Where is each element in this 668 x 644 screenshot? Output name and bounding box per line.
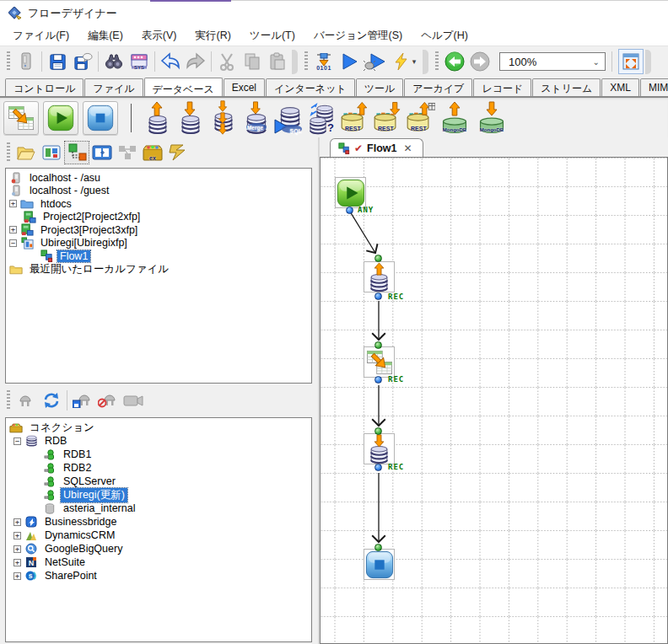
tree-item-server-guest[interactable]: localhost - /guest [6, 185, 311, 198]
compress-button[interactable] [165, 141, 191, 164]
cut-button[interactable] [214, 49, 240, 74]
db-put-node[interactable] [364, 261, 395, 292]
palette-db-put[interactable] [141, 100, 172, 136]
menu-version-control[interactable]: バージョン管理(S) [304, 26, 412, 46]
expander-icon[interactable]: + [13, 559, 21, 566]
menu-view[interactable]: 表示(V) [132, 26, 186, 46]
tab-tools[interactable]: ツール [356, 78, 404, 96]
new-connection-button[interactable] [13, 389, 39, 412]
expander-icon[interactable]: + [13, 532, 21, 539]
palette-mongodb-put[interactable]: MongoDB [437, 100, 472, 136]
run-flow-button[interactable] [337, 49, 362, 74]
save-connection-button[interactable] [70, 389, 95, 412]
palette-mongodb-get[interactable]: MongoDB [474, 100, 509, 136]
search-button[interactable] [101, 49, 127, 74]
end-node[interactable] [364, 549, 395, 580]
end-input-port[interactable] [374, 544, 382, 551]
tree-item-flow1[interactable]: Flow1 [6, 250, 311, 263]
palette-start[interactable] [43, 101, 78, 135]
tree-item-sqlserver[interactable]: SQLServer [6, 475, 311, 488]
save-with-comment-button[interactable] [70, 49, 95, 74]
server-connect-button[interactable] [13, 49, 39, 74]
tab-stream[interactable]: ストリーム [532, 78, 601, 96]
save-button[interactable] [45, 49, 70, 74]
undo-button[interactable] [158, 49, 183, 74]
start-output-port[interactable] [346, 207, 353, 214]
mapper-input-port[interactable] [374, 341, 382, 349]
tab-file[interactable]: ファイル [84, 78, 143, 96]
tree-item-rdb[interactable]: − RDB [6, 434, 311, 448]
palette-db-get[interactable] [174, 100, 205, 136]
nav-back-button[interactable] [442, 49, 467, 74]
share-flow-button[interactable] [115, 141, 140, 164]
system-settings-button[interactable]: SYS [127, 49, 152, 74]
tree-item-rdb2[interactable]: RDB2 [6, 461, 311, 475]
menu-help[interactable]: ヘルプ(H) [412, 26, 477, 46]
flow-tab[interactable]: ✔ Flow1 ✕ [330, 138, 423, 158]
palette-end[interactable] [83, 101, 118, 135]
menu-tools[interactable]: ツール(T) [240, 26, 304, 46]
expander-icon[interactable]: − [13, 437, 21, 445]
new-mapper-button[interactable] [89, 141, 115, 164]
tab-xml[interactable]: XML [601, 78, 639, 96]
toolbar-grip[interactable] [435, 51, 439, 72]
menu-run[interactable]: 実行(R) [186, 26, 240, 46]
palette-db-merge[interactable]: Merge [240, 100, 271, 136]
mapper-output-port[interactable] [374, 376, 382, 384]
expander-icon[interactable]: + [13, 572, 21, 580]
fit-window-button[interactable] [618, 49, 644, 74]
palette-db-get-multi[interactable] [207, 100, 238, 136]
debug-values-button[interactable]: 0101 [311, 49, 337, 74]
tree-item-server-asu[interactable]: localhost - /asu [6, 171, 311, 185]
start-node[interactable] [335, 177, 366, 208]
toolbar-grip[interactable] [7, 51, 10, 72]
tree-item-connections-root[interactable]: コネクション [6, 421, 311, 434]
palette-rest-put-table[interactable]: REST [404, 100, 435, 136]
tab-excel[interactable]: Excel [224, 78, 265, 96]
tree-item-netsuite[interactable]: + N NetSuite [6, 555, 311, 569]
tree-item-sharepoint[interactable]: + s SharePoint [6, 569, 311, 582]
capture-connection-button[interactable] [121, 389, 146, 412]
copy-button[interactable] [240, 49, 265, 74]
nav-forward-button[interactable] [467, 49, 493, 74]
tree-item-project2[interactable]: Project2[Project2xfp] [6, 211, 311, 224]
db-get-node[interactable] [364, 433, 395, 464]
tree-item-dynamicscrm[interactable]: + DynamicsCRM [6, 529, 311, 542]
db-put-input-port[interactable] [374, 255, 382, 262]
palette-rest-get[interactable]: REST [371, 100, 402, 136]
new-project-button[interactable] [39, 141, 64, 164]
paste-button[interactable] [265, 49, 290, 74]
tab-mime[interactable]: MIME [640, 78, 668, 96]
execute-button[interactable]: ▾ [387, 49, 421, 74]
db-put-output-port[interactable] [374, 292, 382, 300]
toolbar-grip[interactable] [7, 390, 10, 411]
redo-button[interactable] [183, 49, 208, 74]
tree-item-googlebigquery[interactable]: + GoogleBigQuery [6, 542, 311, 555]
open-folder-button[interactable] [13, 141, 39, 164]
expander-icon[interactable]: + [13, 518, 21, 526]
tree-item-ubiregi-connection[interactable]: Ubiregi(更新) [6, 488, 311, 502]
tab-control[interactable]: コントロール [5, 78, 84, 96]
expander-icon[interactable]: − [9, 239, 17, 247]
execute-dropdown-caret[interactable]: ▾ [412, 57, 417, 66]
tree-item-htdocs[interactable]: + htdocs [6, 197, 311, 211]
db-get-input-port[interactable] [374, 427, 382, 435]
palette-db-sql[interactable]: SQL [272, 100, 304, 136]
tab-internet[interactable]: インターネット [266, 78, 355, 96]
tree-item-rdb1[interactable]: RDB1 [6, 448, 311, 461]
flow-canvas[interactable]: ANY REC REC REC [320, 157, 668, 644]
palette-mapper[interactable] [3, 101, 39, 135]
close-icon[interactable]: ✕ [403, 142, 412, 154]
menu-edit[interactable]: 編集(E) [78, 26, 132, 46]
refresh-connections-button[interactable] [39, 389, 64, 412]
expander-icon[interactable]: + [9, 226, 17, 233]
ex-package-button[interactable]: ex [140, 141, 165, 164]
mapper-node[interactable] [364, 346, 395, 378]
tree-item-businessbridge[interactable]: + Businessbridge [6, 515, 311, 529]
debug-run-button[interactable] [362, 49, 387, 74]
tab-record[interactable]: レコード [473, 78, 531, 96]
menu-file[interactable]: ファイル(F) [3, 26, 78, 46]
expander-icon[interactable]: + [9, 200, 17, 207]
tree-item-asteria-internal[interactable]: asteria_internal [6, 502, 311, 515]
toolbar-grip[interactable] [7, 142, 10, 163]
